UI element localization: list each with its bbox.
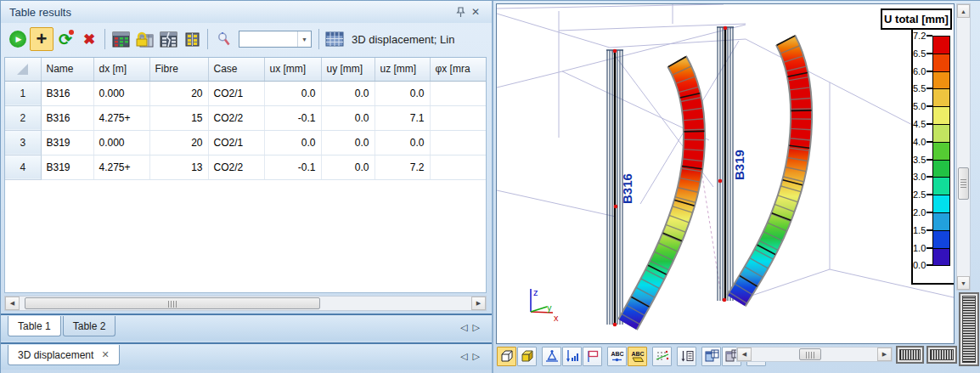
supports-display-button[interactable] <box>542 347 561 366</box>
table-cell[interactable]: B319 <box>41 155 93 179</box>
tab-prev-icon[interactable]: ◁ <box>460 351 472 361</box>
wireframe-render-button[interactable] <box>497 347 516 366</box>
table-row[interactable]: 1B3160.00020CO2/10.00.00.0-0 <box>5 81 487 105</box>
scroll-left-arrow[interactable]: ◀ <box>737 348 752 361</box>
doc-tab-close-icon[interactable]: ✕ <box>101 349 109 360</box>
table-cell[interactable]: B316 <box>41 105 93 130</box>
table-cell[interactable]: 4.275+ <box>93 155 149 179</box>
zoom-wheel-horizontal-2[interactable] <box>926 346 957 364</box>
column-header[interactable]: dx [m] <box>93 58 149 81</box>
table-horizontal-scrollbar[interactable]: ◀ ▶ <box>4 296 487 311</box>
column-header[interactable]: φx [mra <box>430 58 487 81</box>
view-horizontal-scrollbar[interactable]: ◀ ▶ <box>736 347 893 362</box>
table-cell[interactable]: 0.0 <box>321 81 375 105</box>
tab-nav-arrows[interactable]: ◁▷ <box>460 322 485 333</box>
table-cell[interactable]: 0.0 <box>321 155 375 179</box>
tab-next-icon[interactable]: ▷ <box>473 322 485 332</box>
table-cell[interactable]: 0.0 <box>264 81 321 105</box>
table-protect-button[interactable] <box>132 27 156 51</box>
shaded-labels-button[interactable]: ABC <box>628 347 647 366</box>
solid-render-button[interactable] <box>517 347 537 366</box>
tab-prev-icon[interactable]: ◁ <box>460 322 472 332</box>
table-cell[interactable]: 0.0 <box>321 130 375 155</box>
table-cell[interactable]: -0 <box>430 81 487 105</box>
table-cell[interactable]: CO2/2 <box>208 155 264 179</box>
table-cell[interactable]: B316 <box>41 81 93 105</box>
table-cell[interactable]: 4.275+ <box>93 105 149 130</box>
column-header[interactable]: Fibre <box>149 58 208 81</box>
zoom-wheel-horizontal-1[interactable] <box>896 346 924 364</box>
scrollbar-track[interactable] <box>957 200 970 276</box>
deformed-beam-b316[interactable] <box>628 61 695 325</box>
column-member-2[interactable] <box>717 27 734 301</box>
table-format-button[interactable] <box>180 27 204 51</box>
zoom-wheel-vertical[interactable] <box>959 292 979 366</box>
column-header[interactable]: ux [mm] <box>264 58 321 81</box>
numbering-button[interactable] <box>677 347 696 366</box>
table-cell[interactable]: 13 <box>149 155 208 179</box>
column-header[interactable]: Name <box>41 58 93 81</box>
results-table[interactable]: Namedx [m]FibreCaseux [mm]uy [mm]uz [mm]… <box>5 58 487 180</box>
table-cell[interactable]: 7.2 <box>375 155 430 179</box>
scroll-up-arrow[interactable]: ▲ <box>957 4 970 18</box>
table-cell[interactable]: -0.1 <box>264 155 321 179</box>
scrollbar-thumb[interactable] <box>25 297 320 309</box>
picture-to-document-button[interactable] <box>701 347 721 366</box>
pin-icon[interactable] <box>453 4 468 20</box>
table-cell[interactable]: CO2/2 <box>208 105 264 130</box>
column-header[interactable]: uz [mm] <box>375 58 430 81</box>
mesh-display-button[interactable] <box>652 347 672 366</box>
table-cell[interactable]: 0.0 <box>375 130 430 155</box>
scrollbar-thumb[interactable] <box>799 348 821 360</box>
table-cell[interactable]: B319 <box>41 130 93 155</box>
regenerate-button[interactable]: ⟳ <box>54 27 77 51</box>
search-button[interactable] <box>211 27 235 51</box>
table-cell[interactable]: 7.1 <box>375 105 430 130</box>
scroll-down-arrow[interactable]: ▼ <box>957 276 970 290</box>
tab-table-2[interactable]: Table 2 <box>63 316 116 336</box>
tab-table-1[interactable]: Table 1 <box>8 316 61 336</box>
table-cell[interactable]: 0.0 <box>321 105 375 130</box>
delete-button[interactable]: ✖ <box>77 27 101 51</box>
table-cell[interactable]: 20 <box>149 130 208 155</box>
run-refresh-button[interactable]: ▶ <box>6 27 30 51</box>
filter-combobox[interactable]: ▼ <box>239 31 312 48</box>
row-number-cell[interactable]: 1 <box>5 81 41 105</box>
table-corner-cell[interactable] <box>5 58 41 81</box>
row-number-cell[interactable]: 2 <box>5 105 41 130</box>
table-body[interactable]: 1B3160.00020CO2/10.00.00.0-02B3164.275+1… <box>5 81 487 179</box>
tab-next-icon[interactable]: ▷ <box>473 351 485 361</box>
row-number-cell[interactable]: 4 <box>5 155 41 179</box>
table-cell[interactable]: 0 <box>430 130 487 155</box>
model-viewport[interactable]: B316 B319 z x y U total [mm] 7.26.56.05.… <box>496 3 955 344</box>
table-cell[interactable]: 15 <box>149 105 208 130</box>
tab-3d-displacement[interactable]: 3D displacement ✕ <box>8 345 120 365</box>
loads-display-button[interactable] <box>562 347 582 366</box>
add-table-button[interactable]: + <box>30 27 54 51</box>
table-cell[interactable]: 0.000 <box>93 130 149 155</box>
table-cell[interactable]: 0.000 <box>93 81 149 105</box>
table-cell[interactable]: 0.0 <box>264 130 321 155</box>
table-cell[interactable]: 0 <box>430 105 487 130</box>
view-vertical-scrollbar[interactable]: ▲ ▼ <box>956 3 971 291</box>
scrollbar-thumb[interactable] <box>958 167 969 200</box>
member-labels-button[interactable]: ABC <box>607 347 627 366</box>
table-cell[interactable]: 0.0 <box>375 81 430 105</box>
scroll-right-arrow[interactable]: ▶ <box>877 348 892 361</box>
doc-tab-nav-arrows[interactable]: ◁▷ <box>460 351 485 362</box>
scroll-right-arrow[interactable]: ▶ <box>471 297 486 310</box>
section-labels-button[interactable] <box>583 347 602 366</box>
table-cell[interactable]: -0.1 <box>264 105 321 130</box>
table-split-button[interactable] <box>156 27 180 51</box>
active-report-button[interactable] <box>323 27 346 51</box>
table-composer-button[interactable] <box>109 27 132 51</box>
row-number-cell[interactable]: 3 <box>5 130 41 155</box>
combobox-arrow-icon[interactable]: ▼ <box>297 31 311 47</box>
table-cell[interactable]: CO2/1 <box>208 81 264 105</box>
table-row[interactable]: 4B3194.275+13CO2/2-0.10.07.20 <box>5 155 487 179</box>
table-header-row[interactable]: Namedx [m]FibreCaseux [mm]uy [mm]uz [mm]… <box>5 58 487 81</box>
column-header[interactable]: Case <box>208 58 264 81</box>
table-cell[interactable]: 0 <box>430 155 487 179</box>
scroll-left-arrow[interactable]: ◀ <box>5 297 20 310</box>
table-cell[interactable]: CO2/1 <box>208 130 264 155</box>
